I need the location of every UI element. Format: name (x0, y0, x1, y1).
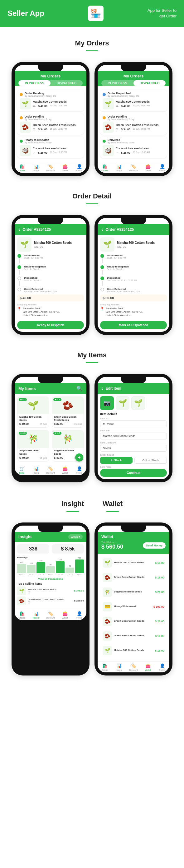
continue-btn[interactable]: Continue (100, 469, 167, 477)
add-item-fab[interactable]: + (75, 454, 83, 462)
form-label-category: Item Category (100, 441, 167, 444)
bar-val-1: 110 (20, 561, 23, 563)
form-input-id[interactable] (100, 421, 167, 427)
nav-wallet-wal[interactable]: 👛Wallet (141, 663, 155, 671)
order-qty-3: 01 (33, 151, 35, 154)
back-btn-left[interactable]: ‹ (18, 227, 20, 232)
insight-wallet-phones-row: Insight Week ▾ 338 $ 8.5k Earnings (0, 519, 184, 682)
order-date-3: 16 Jun, 12:30 PM (50, 151, 67, 154)
product-name-right: Matcha 500 Cotton Seeds (117, 241, 155, 244)
nav-insight-i[interactable]: 📊Insight (29, 466, 43, 474)
insight-header: Insight Week ▾ (15, 532, 86, 542)
order-date-r2: 20 Jun, 04:05 PM (133, 128, 150, 131)
item-card-2[interactable]: 🫘 ★ 4.3 Green Bees Cotton Fresh Seeds $ … (52, 397, 84, 428)
product-img-left: 🌱 (17, 237, 31, 252)
my-items-phones-row: My Items 🔍 🌱 ★ 4.3 Matcha 500 Cotton See… (0, 371, 184, 489)
detail-body-right: 🌱 Matcha 500 Cotton Seeds Qty: 01 Order … (98, 235, 169, 332)
item-sold-3: 05 Sold (40, 457, 47, 459)
item-img-4: 🎋 ★ 4.3 (52, 430, 84, 448)
top-item-price-2: $ 289.00 (74, 599, 84, 602)
nav-profile-wal[interactable]: 👤Profile (155, 663, 169, 671)
tab-in-process-right[interactable]: IN PROCESS (101, 80, 133, 86)
nav-profile-r[interactable]: 👤Profile (155, 164, 169, 172)
wallet-item-amount-3: $ 20.00 (155, 591, 164, 594)
nav-orders-r[interactable]: 🛍️Orders (98, 164, 112, 172)
form-select-category[interactable]: Seeds Plants (100, 445, 167, 452)
nav-profile[interactable]: 👤 Profile (72, 164, 86, 172)
store-icon: 🏪 (88, 6, 104, 21)
nav-insight-wal[interactable]: 📊Insight (112, 663, 126, 671)
order-detail-section: Order Detail (0, 182, 184, 212)
nav-insight-ins[interactable]: 📊Insight (29, 611, 43, 619)
nav-profile-ins[interactable]: 👤Profile (72, 611, 86, 619)
nav-discount[interactable]: 🏷️ Discount (43, 164, 58, 172)
nav-profile-i[interactable]: 👤Profile (72, 466, 86, 474)
stock-out-btn[interactable]: Out of Stock (134, 457, 167, 464)
order-meta-r2: By Samantha Smith | Today (108, 118, 134, 120)
wallet-item-name-5: Green Bees Cotton Seeds (114, 620, 153, 623)
nav-items[interactable]: 🛒Items (15, 466, 29, 474)
item-name-3: Sugarcane latest Seeds (19, 449, 47, 456)
nav-wallet-ins[interactable]: 👛Wallet (58, 611, 72, 619)
bottom-nav-left: 🛍️ Orders 📊 Insight 🏷️ Discount 👛 Wallet… (15, 162, 86, 173)
nav-discount-i[interactable]: 🏷️Discount (43, 466, 58, 474)
wallet-item-3: 🎋 Sugarcane latest Seeds $ 20.00 (100, 586, 167, 599)
mark-dispatch-btn[interactable]: Mark as Dispatched (100, 321, 167, 329)
product-img-right: 🌱 (100, 237, 114, 252)
back-btn-right[interactable]: ‹ (101, 227, 103, 232)
nav-discount-ins[interactable]: 🏷️Discount (43, 611, 58, 619)
phone-notch-il (38, 377, 63, 383)
shipping-label-left: Shipping Address (17, 303, 84, 306)
item-price-1: $ 40.00 (19, 422, 29, 426)
shipping-addr-left: 📍 Samantha Smith224 Elm Street, Austin, … (17, 307, 84, 317)
wallet-underline (106, 511, 119, 512)
order-name-r1: Matcha 500 Cotton Seeds (116, 100, 164, 104)
wallet-item-img-4: 💳 (103, 602, 112, 612)
tab-in-process-left[interactable]: IN PROCESS (18, 80, 51, 86)
nav-discount-r[interactable]: 🏷️Discount (126, 164, 141, 172)
item-card-3[interactable]: 🎋 ★ 4.3 Sugarcane latest Seeds $ 40.00 0… (17, 430, 49, 462)
detail-title-right: Order A8254125 (105, 227, 134, 232)
order-name-2: Green Bees Cotton Fresh Seeds (33, 123, 81, 127)
ready-dispatch-btn[interactable]: Ready to Dispatch (17, 321, 84, 329)
img-upload-box[interactable]: 📷 (100, 396, 114, 410)
app-title: Seller App (7, 9, 44, 18)
form-section-title: Item details (100, 412, 167, 416)
order-price-r3: $ 28.00 (121, 151, 130, 154)
wallet-item-name-6: Green Bees Cotton Seeds (114, 634, 153, 637)
balance-amount: $ 560.50 (101, 544, 123, 550)
week-btn[interactable]: Week ▾ (68, 534, 83, 539)
order-card-r1: Order Dispatched By Samantha Smith | Tod… (100, 90, 167, 111)
order-price-3: $ 28.00 (38, 151, 47, 154)
timeline-item-4: Order Delivered Received at 06 Jun 6:00 … (17, 288, 84, 293)
top-item-img-2: 🫘 (17, 596, 26, 605)
nav-wallet-r[interactable]: 👛Wallet (141, 164, 155, 172)
order-qty-1: 01 (33, 104, 35, 107)
tabs-row-right: IN PROCESS DISPATCHED (101, 80, 165, 86)
tab-dispatched-left[interactable]: DISPATCHED (51, 80, 83, 86)
nav-insight[interactable]: 📊 Insight (29, 164, 43, 172)
send-money-btn[interactable]: Send Money (143, 542, 165, 549)
item-card-1[interactable]: 🌱 ★ 4.3 Matcha 500 Cotton Seeds $ 40.00 … (17, 397, 49, 428)
timeline-right: Order Placed 06/15, Jun 3:00 PM Ready to… (100, 254, 167, 293)
tab-dispatched-right[interactable]: DISPATCHED (133, 80, 165, 86)
nav-wallet[interactable]: 👛 Wallet (58, 164, 72, 172)
nav-orders[interactable]: 🛍️ Orders (15, 164, 29, 172)
form-input-title[interactable] (100, 433, 167, 439)
nav-wallet-i[interactable]: 👛Wallet (58, 466, 72, 474)
order-name-r3: Coconut tree seeds brand (116, 147, 164, 151)
nav-discount-wal[interactable]: 🏷️Discount (126, 663, 141, 671)
nav-insight-r[interactable]: 📊Insight (112, 164, 126, 172)
view-all-link[interactable]: View all transactions (17, 578, 84, 580)
order-img-1: 🌱 (20, 98, 31, 110)
stock-in-btn[interactable]: In Stock (100, 457, 133, 464)
nav-orders-ins[interactable]: 🛍️Orders (15, 611, 29, 619)
wallet-item-img-6: 🫘 (103, 631, 112, 641)
back-btn-edit[interactable]: ‹ (101, 385, 103, 391)
nav-orders-wal[interactable]: 🛍️Orders (98, 663, 112, 671)
items-header-title: My Items (18, 386, 36, 391)
price-left: $ 40.00 (17, 294, 84, 301)
search-icon-btn[interactable]: 🔍 (76, 385, 83, 392)
wallet-item-7: 🌱 Matcha 500 Cotton Seeds $ 19.00 (100, 644, 167, 657)
shipping-label-right: Shipping Address (100, 303, 167, 306)
